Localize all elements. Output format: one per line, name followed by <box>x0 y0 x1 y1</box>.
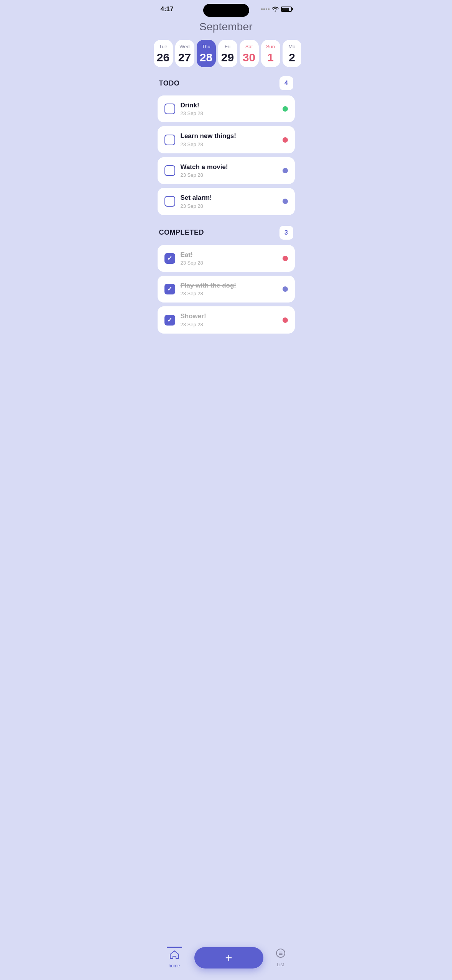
day-name: Sun <box>266 44 275 49</box>
month-title: September <box>151 16 301 40</box>
todo-item-date: 23 Sep 28 <box>181 172 277 178</box>
checkbox-2[interactable] <box>164 135 175 145</box>
calendar-strip: Tue26Wed27Thu28Fri29Sat30Sun1Mo2 <box>151 40 301 76</box>
completed-count: 3 <box>279 226 293 240</box>
day-number: 27 <box>178 52 191 63</box>
checkbox-3[interactable] <box>164 165 175 176</box>
calendar-day-27[interactable]: Wed27 <box>175 40 194 67</box>
checkmark-icon: ✓ <box>167 317 172 323</box>
todo-item-date: 23 Sep 28 <box>181 260 277 266</box>
todo-dot-red <box>283 317 288 323</box>
todo-item-2[interactable]: Learn new things!23 Sep 28 <box>158 126 295 153</box>
todo-item-title: Watch a movie! <box>181 163 277 171</box>
checkmark-icon: ✓ <box>167 255 172 261</box>
todo-item-7[interactable]: ✓Shower!23 Sep 28 <box>158 306 295 333</box>
todo-title: TODO <box>159 79 180 87</box>
todo-text-wrap: Play with the dog!23 Sep 28 <box>181 282 277 296</box>
day-number: 2 <box>289 52 295 63</box>
todo-dot-purple <box>283 199 288 204</box>
todo-section-header: TODO 4 <box>158 76 295 90</box>
signal-icon <box>261 8 270 10</box>
checkbox-7[interactable]: ✓ <box>164 315 175 326</box>
checkbox-1[interactable] <box>164 104 175 114</box>
todo-count: 4 <box>279 76 293 90</box>
todo-dot-purple <box>283 286 288 292</box>
day-number: 26 <box>157 52 169 63</box>
main-content: TODO 4 Drink!23 Sep 28Learn new things!2… <box>151 76 301 334</box>
day-name: Tue <box>159 44 168 49</box>
wifi-icon <box>272 6 279 13</box>
completed-title: COMPLETED <box>159 229 204 237</box>
todo-item-3[interactable]: Watch a movie!23 Sep 28 <box>158 157 295 184</box>
todo-list: Drink!23 Sep 28Learn new things!23 Sep 2… <box>158 95 295 215</box>
completed-list: ✓Eat!23 Sep 28✓Play with the dog!23 Sep … <box>158 245 295 334</box>
todo-item-title: Set alarm! <box>181 194 277 202</box>
status-icons <box>261 6 292 13</box>
todo-item-date: 23 Sep 28 <box>181 203 277 209</box>
calendar-day-28[interactable]: Thu28 <box>197 40 216 67</box>
checkmark-icon: ✓ <box>167 286 172 292</box>
todo-item-title: Shower! <box>181 312 277 320</box>
day-number: 29 <box>221 52 234 63</box>
todo-item-date: 23 Sep 28 <box>181 110 277 116</box>
checkbox-4[interactable] <box>164 196 175 207</box>
todo-item-title: Learn new things! <box>181 132 277 140</box>
calendar-day-1[interactable]: Sun1 <box>261 40 280 67</box>
day-name: Thu <box>202 44 210 49</box>
todo-item-6[interactable]: ✓Play with the dog!23 Sep 28 <box>158 276 295 303</box>
todo-text-wrap: Set alarm!23 Sep 28 <box>181 194 277 209</box>
day-name: Fri <box>225 44 230 49</box>
checkbox-6[interactable]: ✓ <box>164 284 175 294</box>
day-name: Wed <box>179 44 190 49</box>
day-name: Sat <box>245 44 253 49</box>
day-number: 28 <box>200 52 212 63</box>
todo-item-4[interactable]: Set alarm!23 Sep 28 <box>158 188 295 215</box>
todo-item-date: 23 Sep 28 <box>181 322 277 327</box>
day-number: 1 <box>267 52 274 63</box>
day-number: 30 <box>243 52 255 63</box>
todo-dot-purple <box>283 168 288 173</box>
day-name: Mo <box>288 44 295 49</box>
todo-item-title: Play with the dog! <box>181 282 277 289</box>
todo-item-title: Eat! <box>181 251 277 259</box>
status-bar: 4:17 <box>151 0 301 16</box>
checkbox-5[interactable]: ✓ <box>164 253 175 264</box>
todo-dot-red <box>283 137 288 143</box>
todo-text-wrap: Eat!23 Sep 28 <box>181 251 277 266</box>
dynamic-island <box>203 4 249 17</box>
todo-text-wrap: Shower!23 Sep 28 <box>181 312 277 327</box>
completed-section-header: COMPLETED 3 <box>158 226 295 240</box>
calendar-day-30[interactable]: Sat30 <box>240 40 259 67</box>
todo-text-wrap: Drink!23 Sep 28 <box>181 102 277 116</box>
calendar-day-2[interactable]: Mo2 <box>283 40 301 67</box>
todo-dot-red <box>283 256 288 261</box>
todo-item-date: 23 Sep 28 <box>181 291 277 296</box>
todo-text-wrap: Learn new things!23 Sep 28 <box>181 132 277 147</box>
todo-item-5[interactable]: ✓Eat!23 Sep 28 <box>158 245 295 272</box>
todo-text-wrap: Watch a movie!23 Sep 28 <box>181 163 277 178</box>
status-time: 4:17 <box>161 5 174 13</box>
calendar-day-26[interactable]: Tue26 <box>154 40 173 67</box>
todo-item-title: Drink! <box>181 102 277 109</box>
battery-icon <box>281 7 292 12</box>
calendar-day-29[interactable]: Fri29 <box>218 40 237 67</box>
todo-dot-green <box>283 106 288 112</box>
todo-item-1[interactable]: Drink!23 Sep 28 <box>158 95 295 122</box>
todo-item-date: 23 Sep 28 <box>181 141 277 147</box>
